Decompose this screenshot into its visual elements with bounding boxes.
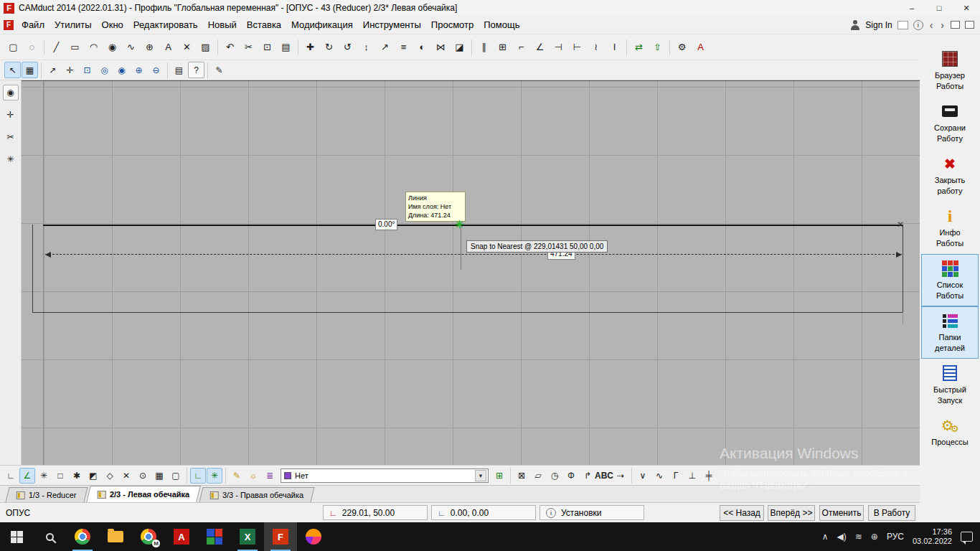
select-polygon-mode[interactable]: ▱ bbox=[530, 468, 546, 484]
sidebar-item-processes[interactable]: ⚙ ⚙ Процессы bbox=[921, 411, 979, 463]
edit-text-button[interactable]: ✎ bbox=[211, 62, 227, 78]
start-button[interactable] bbox=[0, 522, 33, 551]
layer-visibility-icon[interactable]: ☼ bbox=[245, 468, 261, 484]
join-lines-tool[interactable]: ∨ bbox=[635, 468, 651, 484]
profile-top-line[interactable] bbox=[43, 225, 903, 226]
sidebar-item-part-folders[interactable]: Папки деталей bbox=[921, 306, 979, 359]
drawing-canvas[interactable]: 471.24 0.00° Линия Имя слоя: Нет Длина: … bbox=[22, 80, 920, 465]
text-check-mode[interactable]: ABC bbox=[596, 468, 612, 484]
taskbar-chrome-profile[interactable]: M bbox=[132, 522, 165, 551]
dock-panel-icon[interactable] bbox=[965, 21, 974, 29]
sidebar-item-job-info[interactable]: i Инфо Работы bbox=[921, 202, 979, 254]
probe-tool[interactable]: ✛ bbox=[3, 107, 19, 123]
menu-utilities[interactable]: Утилиты bbox=[50, 17, 97, 33]
menu-window[interactable]: Окно bbox=[97, 17, 128, 33]
snap-delete[interactable]: ✕ bbox=[118, 468, 134, 484]
hidden-icons-chevron[interactable]: ∧ bbox=[822, 532, 829, 542]
settings-status[interactable]: i Установки bbox=[540, 505, 644, 520]
taskbar-search-button[interactable] bbox=[33, 522, 66, 551]
menu-help[interactable]: Помощь bbox=[479, 17, 524, 33]
sidebar-item-close-job[interactable]: ✖ Закрыть работу bbox=[921, 149, 979, 202]
line-tool[interactable]: ╱ bbox=[47, 38, 65, 56]
cross-line-tool[interactable]: ╪ bbox=[701, 468, 717, 484]
snap-grid[interactable]: ▦ bbox=[151, 468, 167, 484]
tab-right-shell[interactable]: 3/3 - Правая обечайка bbox=[199, 487, 315, 502]
swap-ends-tool[interactable]: ⇄ bbox=[630, 38, 648, 56]
select-window-mode[interactable]: ⊠ bbox=[514, 468, 529, 484]
measure-tool[interactable]: I bbox=[606, 38, 623, 56]
maximize-button[interactable]: □ bbox=[925, 0, 953, 16]
mirror-tool[interactable]: ◐ bbox=[413, 38, 431, 56]
zoom-window-button[interactable]: ◎ bbox=[96, 62, 113, 78]
cascade-windows-icon[interactable] bbox=[951, 21, 960, 29]
taskbar-camduct[interactable]: F bbox=[264, 522, 297, 551]
trim-tool[interactable]: ⊣ bbox=[550, 38, 567, 56]
chevron-right-icon[interactable]: › bbox=[939, 19, 946, 31]
menu-insert[interactable]: Вставка bbox=[242, 17, 286, 33]
snap-intersection[interactable]: ✳ bbox=[36, 468, 52, 484]
arc-tool[interactable]: ◠ bbox=[85, 38, 103, 56]
chamfer-tool[interactable]: ∠ bbox=[531, 38, 549, 56]
pointer-tool[interactable]: ↖ bbox=[4, 62, 21, 78]
rotate-ccw-mode[interactable]: ◷ bbox=[547, 468, 562, 484]
fillet-tool[interactable]: ⌐ bbox=[512, 38, 530, 56]
notification-center-icon[interactable] bbox=[961, 532, 973, 542]
corner-line-tool[interactable]: Γ bbox=[668, 468, 684, 484]
ortho-toggle[interactable]: ∟ bbox=[190, 468, 206, 484]
select-marquee-tool[interactable]: ▢ bbox=[4, 38, 22, 56]
break-tool[interactable]: ≀ bbox=[587, 38, 605, 56]
taskbar-clock[interactable]: 17:36 03.02.2022 bbox=[913, 527, 952, 546]
wifi-icon[interactable]: ≋ bbox=[855, 532, 862, 542]
profile-right-line[interactable] bbox=[903, 225, 903, 313]
direction-mode[interactable]: ↱ bbox=[580, 468, 595, 484]
array-tool[interactable]: ⊞ bbox=[494, 38, 512, 56]
layer-lock-icon[interactable]: ✎ bbox=[229, 468, 245, 484]
network-icon[interactable]: ⊕ bbox=[871, 532, 878, 542]
cancel-button[interactable]: Отменить bbox=[819, 505, 864, 521]
sidebar-item-save-job[interactable]: Сохрани Работу bbox=[921, 97, 979, 149]
profile-left-line[interactable] bbox=[32, 225, 33, 313]
snap-perpendicular[interactable]: ◩ bbox=[85, 468, 101, 484]
taskbar-chrome[interactable] bbox=[66, 522, 99, 551]
forward-button[interactable]: Вперёд >> bbox=[768, 505, 815, 521]
taskbar-explorer[interactable] bbox=[99, 522, 132, 551]
zoom-previous-button[interactable]: ◉ bbox=[113, 62, 130, 78]
options-tool[interactable]: ⚙ bbox=[673, 38, 691, 56]
view-point-tool[interactable]: ◉ bbox=[103, 38, 121, 56]
view-eye-tool[interactable]: ◉ bbox=[3, 85, 19, 100]
center-target-tool[interactable]: ✛ bbox=[62, 62, 78, 78]
apply-to-job-button[interactable]: В Работу bbox=[868, 505, 915, 521]
menu-edit[interactable]: Редактировать bbox=[128, 17, 203, 33]
feedback-icon[interactable] bbox=[897, 21, 908, 29]
text-tool[interactable]: A bbox=[159, 38, 177, 56]
snap-target-toggle[interactable]: ✳ bbox=[207, 468, 222, 484]
sign-in-link[interactable]: Sign In bbox=[865, 20, 892, 30]
minimize-button[interactable]: – bbox=[898, 0, 925, 16]
snap-endpoint[interactable]: ∟ bbox=[3, 468, 19, 484]
pan-tool[interactable]: ↗ bbox=[44, 62, 61, 78]
profile-bottom-line[interactable] bbox=[32, 312, 903, 313]
paste-button[interactable]: ▤ bbox=[277, 38, 295, 56]
menu-modify[interactable]: Модификация bbox=[286, 17, 358, 33]
circle-center-tool[interactable]: ⊕ bbox=[141, 38, 159, 56]
font-style-tool[interactable]: A bbox=[692, 38, 710, 56]
snap-midpoint[interactable]: ◇ bbox=[102, 468, 118, 484]
tab-left-shell[interactable]: 2/3 - Левая обечайка bbox=[86, 486, 201, 502]
zoom-in-button[interactable]: ⊕ bbox=[131, 62, 147, 78]
info-icon[interactable]: i bbox=[913, 20, 923, 30]
snap-nearest[interactable]: ∠ bbox=[19, 468, 35, 484]
zoom-out-button[interactable]: ⊖ bbox=[148, 62, 164, 78]
spline-tool[interactable]: ∿ bbox=[122, 38, 140, 56]
erase-tool[interactable]: ◪ bbox=[451, 38, 468, 56]
stretch-tool[interactable]: ↕ bbox=[357, 38, 375, 56]
scale-tool[interactable]: ↗ bbox=[376, 38, 394, 56]
snap-free[interactable]: ▢ bbox=[168, 468, 184, 484]
rotate-copy-tool[interactable]: ↺ bbox=[339, 38, 357, 56]
tab-reducer[interactable]: 1/3 - Reducer bbox=[5, 487, 88, 502]
menu-file[interactable]: Файл bbox=[17, 17, 50, 33]
layer-select[interactable]: Нет ▾ bbox=[281, 468, 489, 483]
move-tool[interactable]: ✚ bbox=[301, 38, 319, 56]
taskbar-acrobat[interactable]: A bbox=[165, 522, 198, 551]
rectangle-tool[interactable]: ▭ bbox=[66, 38, 84, 56]
flip-tool[interactable]: ⋈ bbox=[432, 38, 450, 56]
